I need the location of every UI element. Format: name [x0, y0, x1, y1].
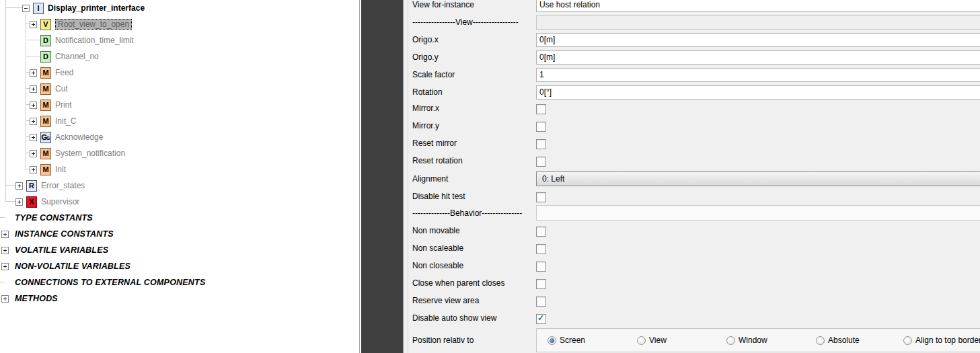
radio-option-absolute[interactable]: Absolute [816, 336, 860, 345]
tree-item-system-notification[interactable]: M System_notification [0, 145, 389, 161]
property-label-view-for-instance: View for-instance [412, 0, 474, 11]
property-label-origo-y: Origo.y [412, 51, 439, 63]
expand-icon[interactable] [30, 118, 37, 125]
checkbox-close-when-parent-closes[interactable] [536, 279, 546, 289]
checkbox-reset-rotation[interactable] [536, 157, 546, 167]
view-icon: V [40, 19, 51, 30]
radio-label: Align to top border [915, 336, 980, 345]
checkbox-non-closeable[interactable] [536, 262, 546, 272]
checkbox-mirror-y[interactable] [536, 122, 546, 132]
tree-item-feed[interactable]: M Feed [0, 65, 389, 81]
expand-icon[interactable] [1, 231, 9, 238]
property-label-reset-rotation: Reset rotation [412, 155, 463, 167]
tree-item-label: Acknowledge [55, 132, 103, 142]
dropdown-alignment[interactable]: 0: Left [536, 171, 980, 186]
tree-section-volatile-variables[interactable]: VOLATILE VARIABLES [0, 242, 361, 258]
supervisor-icon: X [26, 196, 37, 208]
data-icon: D [40, 51, 51, 63]
radio-selected-icon[interactable] [548, 336, 556, 345]
checkbox-mirror-x[interactable] [536, 104, 546, 114]
radio-icon[interactable] [637, 336, 646, 345]
get-set-icon: GS [40, 132, 51, 143]
tree-section-label: INSTANCE CONSTANTS [15, 229, 114, 239]
tree-item-notification-time-limit[interactable]: D Notification_time_limit [0, 32, 389, 48]
radio-icon[interactable] [903, 336, 912, 345]
panel-splitter[interactable] [361, 0, 403, 353]
tree-item-label: Feed [55, 68, 73, 77]
property-label-disable-auto-show-view: Disable auto show view [412, 312, 496, 324]
radio-label: View [649, 336, 667, 345]
expand-icon[interactable] [30, 166, 37, 173]
tree-section-instance-constants[interactable]: INSTANCE CONSTANTS [0, 226, 361, 242]
property-label-reserve-view-area: Reserve view area [412, 295, 479, 307]
radio-label: Screen [560, 336, 585, 345]
tree-item-display-printer-interface[interactable]: I Display_printer_interface [0, 0, 381, 16]
tree-item-label: Error_states [41, 181, 85, 190]
expand-icon[interactable] [30, 134, 37, 141]
properties-panel: View for-instance ----------------View--… [404, 0, 980, 353]
tree-item-label: Print [55, 100, 72, 110]
checkbox-non-scaleable[interactable] [536, 244, 546, 254]
checkbox-disable-auto-show-view[interactable] [536, 314, 546, 324]
expand-icon[interactable] [30, 150, 37, 157]
tree-item-label: Init [55, 165, 66, 174]
tree-item-acknowledge[interactable]: GS Acknowledge [0, 129, 389, 145]
checkbox-non-movable[interactable] [536, 227, 546, 237]
tree-item-error-states[interactable]: R Error_states [0, 178, 375, 194]
expand-icon[interactable] [30, 85, 37, 93]
checkbox-reset-mirror[interactable] [536, 139, 546, 149]
field-scale-factor[interactable] [536, 68, 980, 82]
radio-label: Window [739, 336, 767, 345]
tree-section-label: CONNECTIONS TO EXTERNAL COMPONENTS [15, 278, 205, 287]
property-label-non-movable: Non movable [412, 225, 460, 237]
radio-option-align-to-top-border[interactable]: Align to top border [903, 336, 980, 345]
expand-icon[interactable] [1, 295, 9, 303]
expand-icon[interactable] [30, 102, 37, 109]
tree-section-non-volatile-variables[interactable]: NON-VOLATILE VARIABLES [0, 258, 361, 274]
property-label-non-scaleable: Non scaleable [412, 242, 463, 254]
tree-item-cut[interactable]: M Cut [0, 81, 389, 97]
radio-option-window[interactable]: Window [726, 336, 767, 345]
expand-icon[interactable] [1, 263, 9, 270]
tree-item-channel-no[interactable]: D Channel_no [0, 48, 389, 65]
radio-icon[interactable] [816, 336, 825, 345]
property-label-alignment: Alignment [412, 173, 448, 185]
tree-item-supervisor[interactable]: X Supervisor [0, 194, 375, 210]
tree-item-init[interactable]: M Init [0, 161, 389, 178]
tree-section-connections[interactable]: CONNECTIONS TO EXTERNAL COMPONENTS [0, 274, 361, 290]
checkbox-disable-hit-test[interactable] [536, 192, 546, 202]
radio-icon[interactable] [726, 336, 735, 345]
tree-item-init-c[interactable]: M Init_C [0, 113, 389, 129]
tree-item-root-view-to-open[interactable]: V Root_view_to_open [0, 16, 389, 32]
data-icon: D [40, 35, 51, 46]
tree-item-label: System_notification [55, 149, 125, 158]
expand-icon[interactable] [15, 182, 23, 190]
field-origo-y[interactable] [536, 50, 980, 65]
tree-section-label: TYPE CONSTANTS [15, 213, 93, 223]
separator-view: ----------------View----------------- [412, 16, 519, 28]
radio-option-view[interactable]: View [637, 336, 667, 345]
method-icon: M [40, 100, 51, 111]
expand-icon[interactable] [15, 198, 23, 206]
field-origo-x[interactable] [536, 33, 980, 47]
property-label-close-when-parent-closes: Close when parent closes [412, 277, 504, 289]
field-rotation[interactable] [536, 85, 980, 100]
divider [408, 0, 408, 353]
tree-section-label: VOLATILE VARIABLES [15, 245, 108, 255]
method-icon: M [40, 67, 51, 79]
expand-icon[interactable] [30, 21, 37, 28]
method-icon: M [40, 83, 51, 95]
property-label-mirror-x: Mirror.x [412, 102, 439, 114]
property-label-disable-hit-test: Disable hit test [412, 190, 465, 202]
radio-option-screen[interactable]: Screen [548, 336, 585, 345]
tree-item-print[interactable]: M Print [0, 97, 389, 113]
expand-icon[interactable] [30, 69, 37, 77]
expand-icon[interactable] [1, 247, 9, 254]
checkbox-reserve-view-area[interactable] [536, 297, 546, 307]
field-view-for-instance[interactable] [536, 0, 980, 12]
tree-item-label: Channel_no [55, 52, 99, 61]
collapse-icon[interactable] [22, 5, 30, 12]
tree-section-methods[interactable]: METHODS [0, 290, 361, 307]
tree-section-type-constants[interactable]: TYPE CONSTANTS [0, 210, 361, 226]
method-icon: M [40, 116, 51, 127]
